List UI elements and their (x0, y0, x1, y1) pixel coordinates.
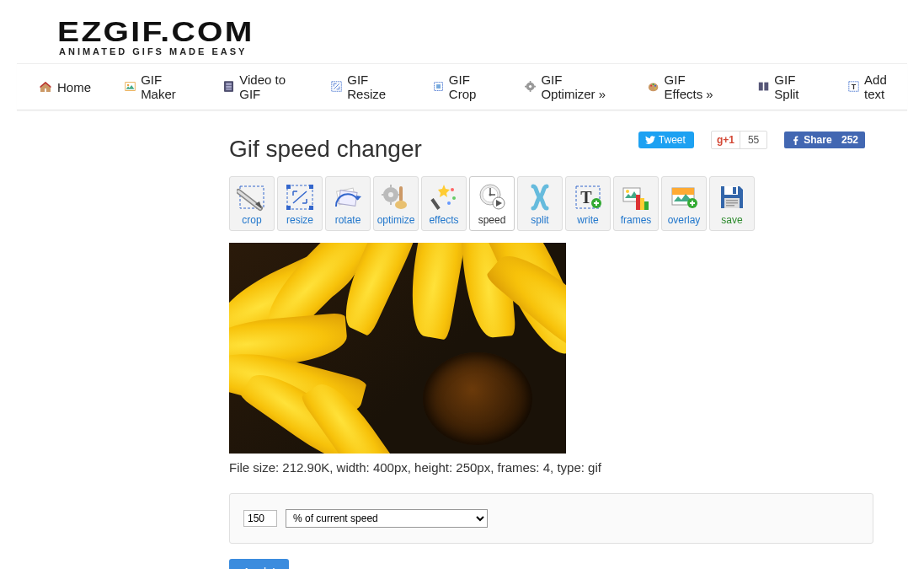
tool-speed[interactable]: speed (469, 176, 515, 231)
speed-tool-icon (476, 182, 508, 212)
tool-split[interactable]: split (517, 176, 563, 231)
save-tool-icon (716, 182, 748, 212)
resize-tool-icon (284, 182, 316, 212)
effects-tool-icon (428, 182, 460, 212)
svg-rect-4 (226, 86, 232, 88)
tool-resize[interactable]: resize (277, 176, 323, 231)
svg-point-29 (388, 192, 393, 197)
svg-rect-30 (399, 186, 403, 201)
svg-rect-16 (759, 83, 763, 91)
resize-icon (331, 80, 342, 94)
tweet-button[interactable]: Tweet (638, 132, 694, 148)
tool-save[interactable]: save (709, 176, 755, 231)
rotate-tool-icon (332, 182, 364, 212)
nav-video-to-gif[interactable]: Video to GIF (218, 72, 302, 101)
nav-gif-resize[interactable]: GIF Resize (326, 72, 404, 101)
write-tool-icon: T (572, 182, 604, 212)
svg-point-35 (447, 201, 451, 205)
logo[interactable]: EZGIF.COM (57, 15, 924, 48)
svg-rect-47 (644, 201, 649, 210)
home-icon (39, 80, 52, 94)
file-info: File size: 212.90K, width: 400px, height… (229, 460, 873, 475)
svg-point-12 (651, 85, 653, 87)
svg-rect-49 (672, 188, 694, 195)
speed-form: % of current speed (229, 493, 873, 544)
nav-home[interactable]: Home (34, 72, 96, 101)
split-icon (758, 80, 769, 94)
main-nav: Home GIF Maker Video to GIF GIF Resize G… (17, 63, 907, 110)
tool-toolbar: crop resize rotate optimize effects spee… (229, 176, 873, 231)
nav-add-text[interactable]: TAdd text (843, 72, 907, 101)
text-icon: T (848, 80, 859, 94)
overlay-tool-icon (668, 182, 700, 212)
svg-point-15 (655, 88, 657, 89)
svg-rect-17 (765, 83, 769, 91)
apply-button[interactable]: Apply! (229, 559, 289, 569)
nav-gif-split[interactable]: GIF Split (753, 72, 820, 101)
nav-gif-maker[interactable]: GIF Maker (120, 72, 195, 101)
tool-write[interactable]: Twrite (565, 176, 611, 231)
optimize-tool-icon (380, 182, 412, 212)
svg-rect-0 (126, 83, 135, 91)
gear-icon (525, 80, 536, 94)
svg-point-14 (655, 85, 657, 87)
svg-rect-32 (430, 198, 440, 210)
svg-rect-8 (436, 84, 441, 89)
svg-rect-52 (733, 187, 736, 194)
crop-tool-icon (236, 182, 268, 212)
svg-rect-55 (726, 202, 738, 204)
svg-point-10 (529, 85, 531, 88)
svg-point-34 (452, 196, 456, 200)
gplus-button[interactable]: g+155 (711, 131, 767, 149)
svg-rect-27 (339, 191, 357, 207)
speed-value-input[interactable] (243, 510, 277, 527)
svg-point-31 (395, 201, 407, 209)
svg-text:T: T (580, 188, 592, 207)
frames-tool-icon (620, 182, 652, 212)
header: EZGIF.COM ANIMATED GIFS MADE EASY (0, 0, 924, 63)
svg-point-13 (653, 83, 654, 85)
fb-share-button[interactable]: Share 252 (784, 132, 865, 148)
svg-rect-45 (636, 195, 640, 210)
tool-rotate[interactable]: rotate (325, 176, 371, 231)
svg-rect-22 (286, 185, 291, 189)
speed-unit-select[interactable]: % of current speed (286, 509, 488, 528)
svg-rect-5 (226, 89, 232, 90)
svg-text:T: T (852, 83, 857, 91)
svg-rect-3 (226, 83, 232, 84)
social-buttons: Tweet g+155 Share 252 (638, 131, 865, 149)
image-icon (125, 80, 136, 94)
svg-point-33 (451, 188, 454, 191)
tool-overlay[interactable]: overlay (661, 176, 707, 231)
nav-gif-optimizer[interactable]: GIF Optimizer » (520, 72, 619, 101)
tool-crop[interactable]: crop (229, 176, 275, 231)
palette-icon (648, 80, 659, 94)
tool-optimize[interactable]: optimize (373, 176, 419, 231)
svg-rect-46 (640, 198, 644, 210)
svg-rect-23 (309, 185, 313, 189)
tool-frames[interactable]: frames (613, 176, 659, 231)
svg-rect-56 (726, 205, 734, 207)
nav-gif-crop[interactable]: GIF Crop (428, 72, 497, 101)
film-icon (223, 80, 234, 94)
split-tool-icon (524, 182, 556, 212)
svg-rect-25 (309, 206, 313, 210)
svg-point-44 (626, 190, 629, 193)
tool-effects[interactable]: effects (421, 176, 467, 231)
nav-gif-effects[interactable]: GIF Effects » (643, 72, 729, 101)
crop-icon (433, 80, 444, 94)
svg-rect-24 (286, 206, 291, 210)
image-preview (229, 243, 566, 454)
svg-point-38 (489, 194, 492, 196)
svg-rect-54 (726, 200, 738, 201)
svg-point-1 (127, 84, 129, 86)
